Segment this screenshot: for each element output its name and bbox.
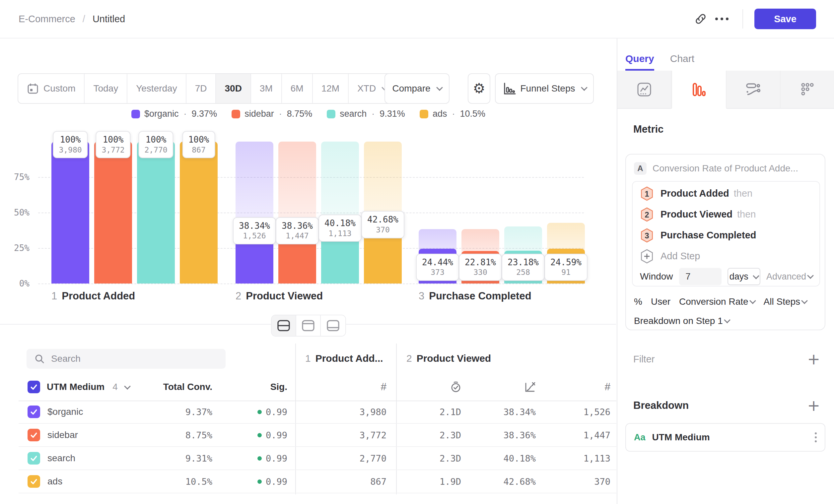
metric-summary[interactable]: A Conversion Rate of Product Adde...: [634, 160, 825, 177]
layout-chart-only-button[interactable]: [296, 315, 321, 336]
table-search: [26, 349, 225, 369]
date-range-today[interactable]: Today: [85, 74, 127, 103]
funnel-bar-sidebar-step1[interactable]: [94, 142, 132, 283]
add-step-button[interactable]: Add Step: [640, 246, 819, 267]
step-number-hexagon-icon: 3: [640, 228, 654, 243]
layout-table-only-button[interactable]: [321, 315, 345, 336]
funnel-plot: 75%50%25%0%100%3,980100%3,772100%2,77010…: [38, 142, 597, 283]
funnel-bars-icon: [692, 82, 707, 97]
bar-count-value: 1,447: [282, 231, 313, 241]
breakdown-item-label: UTM Medium: [652, 432, 710, 443]
chart-style-button[interactable]: Funnel Steps: [495, 73, 594, 104]
group-column-header[interactable]: UTM Medium 4: [27, 375, 130, 399]
measure-type-label: Conversion Rate: [679, 296, 748, 307]
date-range-30d[interactable]: 30D: [216, 74, 251, 103]
date-range-yesterday[interactable]: Yesterday: [127, 74, 186, 103]
layout-split-button[interactable]: [272, 315, 296, 336]
measure-entity-select[interactable]: User: [651, 296, 671, 307]
avg-time-header[interactable]: [396, 375, 462, 399]
legend-item-sidebar[interactable]: sidebar8.75%: [232, 109, 312, 119]
measure-prefix[interactable]: %: [634, 296, 642, 307]
step2-column-title[interactable]: 2Product Viewed: [407, 353, 491, 364]
y-axis-tick: 50%: [8, 208, 29, 217]
legend-item-search[interactable]: search9.31%: [327, 109, 405, 119]
metric-step-3[interactable]: 3Purchase Completed: [640, 225, 819, 246]
hash-icon: #: [381, 381, 387, 393]
select-all-checkbox[interactable]: [27, 381, 40, 393]
window-value-input[interactable]: [679, 268, 722, 285]
bar-group: 38.34%1,52638.36%1,44740.18%1,11342.68%3…: [236, 142, 402, 283]
tab-chart[interactable]: Chart: [670, 53, 694, 71]
window-unit-select[interactable]: days: [727, 268, 760, 285]
tab-retention-chart[interactable]: [781, 71, 834, 109]
table-row-ads[interactable]: ads10.5%0.998671.9D42.68%370: [19, 470, 616, 494]
add-breakdown-button[interactable]: +: [807, 398, 820, 413]
step-event-name: Product Viewed: [660, 209, 732, 220]
filter-section: Filter +: [633, 350, 820, 368]
conversion-chart-icon: [524, 381, 536, 393]
date-range-7d[interactable]: 7D: [186, 74, 216, 103]
search-input[interactable]: [50, 353, 225, 364]
row-checkbox[interactable]: [27, 475, 40, 488]
total-conv-column-header[interactable]: Total Conv.: [148, 375, 212, 399]
breadcrumb-title[interactable]: Untitled: [92, 14, 125, 25]
step1-count-cell: 3,980: [295, 407, 396, 417]
share-link-button[interactable]: [690, 8, 711, 29]
ellipsis-icon: [715, 18, 728, 20]
tab-flow-chart[interactable]: [726, 71, 781, 109]
row-checkbox[interactable]: [27, 452, 40, 464]
kebab-menu-icon[interactable]: [815, 432, 817, 442]
advanced-toggle[interactable]: Advanced: [766, 272, 813, 282]
bar-value-label: 23.18%258: [502, 254, 545, 281]
bar-slot: 38.36%1,447: [278, 142, 316, 283]
measure-type-select[interactable]: Conversion Rate: [679, 296, 755, 307]
compare-button[interactable]: Compare: [385, 73, 449, 104]
funnel-bar-search-step1[interactable]: [137, 142, 175, 283]
tab-funnel-chart[interactable]: [672, 71, 726, 109]
sig-column-header[interactable]: Sig.: [212, 375, 287, 399]
row-checkbox[interactable]: [27, 429, 40, 441]
date-range-custom[interactable]: Custom: [18, 74, 85, 103]
legend-item-ads[interactable]: ads10.5%: [420, 109, 485, 119]
measure-scope-select[interactable]: All Steps: [764, 296, 807, 307]
table-row-search[interactable]: search9.31%0.992,7702.3D40.18%1,113: [19, 447, 616, 470]
step1-column-title[interactable]: 1Product Add...: [305, 353, 383, 364]
table-row-sidebar[interactable]: sidebar8.75%0.993,7722.3D38.36%1,447: [19, 424, 616, 447]
save-button[interactable]: Save: [754, 8, 816, 29]
tab-query[interactable]: Query: [626, 53, 654, 71]
bar-count-value: 2,770: [144, 145, 167, 155]
row-checkbox[interactable]: [27, 406, 40, 418]
date-range-3m[interactable]: 3M: [251, 74, 282, 103]
y-axis-tick: 75%: [8, 172, 29, 182]
funnel-bar-organic-step1[interactable]: [51, 142, 89, 283]
more-menu-button[interactable]: [711, 8, 732, 29]
flow-icon: [745, 82, 761, 97]
conv-rate-cell: 38.34%: [469, 407, 544, 417]
date-range-6m[interactable]: 6M: [282, 74, 313, 103]
metric-step-1[interactable]: 1Product Addedthen: [640, 183, 819, 204]
topbar-actions: Save: [690, 8, 816, 29]
breakdown-scope-select[interactable]: Breakdown on Step 1: [634, 313, 729, 329]
step-name: Purchase Completed: [429, 290, 531, 302]
breakdown-item[interactable]: Aa UTM Medium: [626, 423, 826, 452]
measure-scope-label: All Steps: [764, 296, 800, 307]
step-name: Product Viewed: [417, 353, 491, 364]
legend-swatch: [232, 110, 240, 118]
breadcrumb-project[interactable]: E-Commerce: [19, 14, 75, 25]
date-range-12m[interactable]: 12M: [313, 74, 349, 103]
funnel-bar-ads-step1[interactable]: [180, 142, 218, 283]
metric-step-2[interactable]: 2Product Viewedthen: [640, 204, 819, 225]
step2-count-header[interactable]: #: [544, 375, 610, 399]
add-filter-button[interactable]: +: [807, 351, 820, 367]
date-range-label: XTD: [357, 83, 376, 94]
step1-count-header[interactable]: #: [295, 375, 387, 399]
settings-button[interactable]: ⚙: [468, 73, 490, 104]
tab-insights-chart[interactable]: [617, 71, 672, 109]
sig-value: 0.99: [266, 477, 287, 487]
metric-steps: 1Product Addedthen2Product Viewedthen3Pu…: [640, 183, 819, 246]
sig-dot-icon: [258, 479, 262, 484]
legend-item-organic[interactable]: $organic9.37%: [131, 109, 217, 119]
table-row-organic[interactable]: $organic9.37%0.993,9802.1D38.34%1,526: [19, 400, 616, 424]
bar-value-label: 40.18%1,113: [319, 214, 361, 242]
conv-rate-header[interactable]: [469, 375, 536, 399]
